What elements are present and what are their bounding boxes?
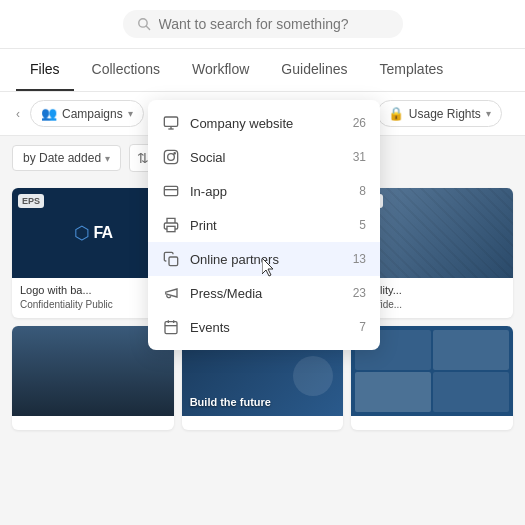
fabricate-logo-text: FA [94,224,112,242]
social-count: 31 [346,150,366,164]
press-media-count: 23 [346,286,366,300]
svg-line-1 [146,26,150,30]
dropdown-item-social[interactable]: Social 31 [148,140,380,174]
dropdown-item-print[interactable]: Print 5 [148,208,380,242]
tab-files[interactable]: Files [16,49,74,91]
search-input[interactable] [159,16,389,32]
card-body-5 [182,416,344,430]
card-badge-eps-1: EPS [18,194,44,208]
campaigns-label: Campaigns [62,107,123,121]
nav-tabs: Files Collections Workflow Guidelines Te… [0,49,525,92]
svg-rect-12 [165,322,177,334]
filter-campaigns[interactable]: 👥 Campaigns ▾ [30,100,144,127]
card-title-1: Logo with ba... [20,284,166,296]
svg-rect-8 [164,186,177,195]
svg-point-6 [168,154,175,161]
dropdown-item-events[interactable]: Events 7 [148,310,380,344]
social-label: Social [190,150,336,165]
card-body-4 [12,416,174,430]
svg-rect-5 [164,150,177,163]
monitor-icon [162,114,180,132]
search-input-wrap[interactable] [123,10,403,38]
usage-rights-label: Usage Rights [409,107,481,121]
svg-point-7 [174,153,175,154]
campaigns-icon: 👥 [41,106,57,121]
tab-templates[interactable]: Templates [366,49,458,91]
online-partners-count: 13 [346,252,366,266]
search-icon [137,17,151,31]
dropdown-item-press-media[interactable]: Press/Media 23 [148,276,380,310]
company-website-label: Company website [190,116,336,131]
print-label: Print [190,218,336,233]
in-app-count: 8 [346,184,366,198]
fab-build-text: Build the future [190,396,271,408]
tab-workflow[interactable]: Workflow [178,49,263,91]
megaphone-icon [162,284,180,302]
calendar-icon [162,318,180,336]
copy-icon [162,250,180,268]
card-meta-1: Confidentiality Public [20,299,166,310]
credit-card-icon [162,182,180,200]
lock-icon: 🔒 [388,106,404,121]
dropdown-item-online-partners[interactable]: Online partners 13 [148,242,380,276]
press-media-label: Press/Media [190,286,336,301]
sort-chevron: ▾ [105,153,110,164]
print-count: 5 [346,218,366,232]
filter-usage-rights[interactable]: 🔒 Usage Rights ▾ [377,100,502,127]
filter-scroll-left[interactable]: ‹ [12,103,24,125]
online-partners-label: Online partners [190,252,336,267]
channel-dropdown: Company website 26 Social 31 In-app 8 Pr… [148,100,380,350]
search-bar [0,0,525,49]
fabricate-logo-icon: ⬡ [74,222,90,244]
tab-collections[interactable]: Collections [78,49,174,91]
card-meta-3: Confide... [359,299,505,310]
svg-rect-10 [167,226,175,231]
card-title-3: Facility... [359,284,505,296]
dropdown-item-company-website[interactable]: Company website 26 [148,106,380,140]
sort-label: by Date added [23,151,101,165]
dropdown-item-in-app[interactable]: In-app 8 [148,174,380,208]
company-website-count: 26 [346,116,366,130]
card-body-6 [351,416,513,430]
printer-icon [162,216,180,234]
events-count: 7 [346,320,366,334]
events-label: Events [190,320,336,335]
instagram-icon [162,148,180,166]
usage-rights-chevron: ▾ [486,108,491,119]
campaigns-chevron: ▾ [128,108,133,119]
in-app-label: In-app [190,184,336,199]
svg-rect-2 [164,117,177,126]
svg-rect-11 [169,257,178,266]
sort-select[interactable]: by Date added ▾ [12,145,121,171]
tab-guidelines[interactable]: Guidelines [267,49,361,91]
